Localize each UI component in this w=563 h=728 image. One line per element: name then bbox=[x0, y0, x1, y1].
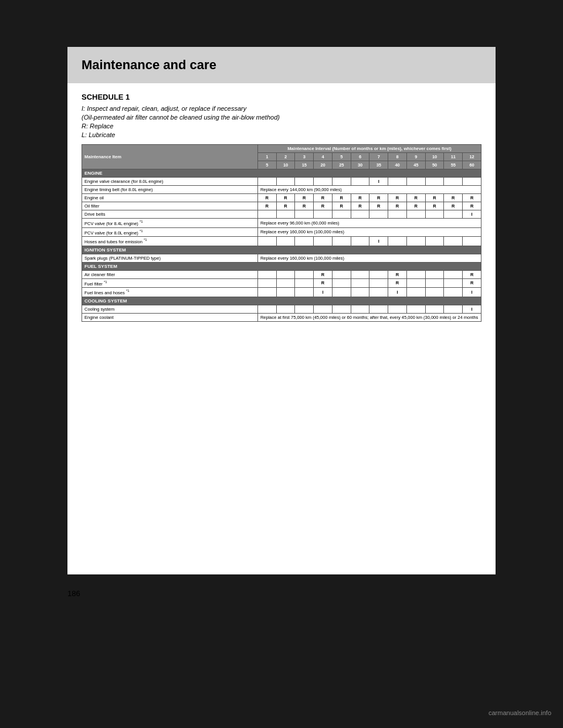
row-cell bbox=[406, 210, 425, 219]
row-cell bbox=[257, 288, 276, 297]
row-cell bbox=[257, 237, 276, 246]
header-banner: Maintenance and care bbox=[67, 47, 496, 83]
table-row: Air cleaner filterRRR bbox=[82, 270, 481, 278]
row-cell bbox=[444, 210, 463, 219]
row-cell bbox=[425, 270, 444, 278]
row-cell bbox=[369, 270, 388, 278]
row-cell bbox=[406, 288, 425, 297]
row-cell bbox=[369, 305, 388, 313]
row-cell: I bbox=[463, 305, 481, 313]
row-cell bbox=[351, 178, 369, 186]
row-cell: R bbox=[388, 278, 407, 288]
row-cell bbox=[425, 288, 444, 297]
row-cell bbox=[332, 210, 351, 219]
legend-4: L: Lubricate bbox=[82, 131, 481, 138]
table-row: Drive beltsI bbox=[82, 210, 481, 219]
row-item: Fuel filter *1 bbox=[82, 278, 258, 288]
row-cell: R bbox=[406, 194, 425, 202]
content: SCHEDULE 1 I: Inspect and repair, clean,… bbox=[67, 93, 496, 336]
row-cell bbox=[332, 278, 351, 288]
row-cell bbox=[425, 305, 444, 313]
row-cell bbox=[463, 178, 481, 186]
row-cell bbox=[351, 305, 369, 313]
row-cell bbox=[444, 237, 463, 246]
row-cell: R bbox=[314, 202, 333, 210]
row-cell bbox=[444, 178, 463, 186]
row-wide-text: Replace every 160,000 km (100,000 miles) bbox=[257, 227, 481, 237]
row-item: PCV valve (for 8.0L engine) *1 bbox=[82, 227, 258, 237]
row-cell bbox=[369, 210, 388, 219]
row-cell: R bbox=[332, 202, 351, 210]
row-cell bbox=[276, 178, 295, 186]
table-row: Engine timing belt (for 8.0L engine)Repl… bbox=[82, 186, 481, 194]
row-item: Engine timing belt (for 8.0L engine) bbox=[82, 186, 258, 194]
table-header-item: Maintenance Item bbox=[82, 145, 258, 169]
row-cell: R bbox=[314, 270, 333, 278]
row-cell bbox=[314, 178, 333, 186]
section-header: FUEL SYSTEM bbox=[82, 262, 481, 270]
row-cell: R bbox=[276, 194, 295, 202]
legend-3: R: Replace bbox=[82, 123, 481, 130]
row-wide-text: Replace every 144,000 km (90,000 miles) bbox=[257, 186, 481, 194]
row-cell bbox=[295, 178, 314, 186]
row-cell: R bbox=[388, 202, 407, 210]
table-row: PCV valve (for 8.4L engine) *1Replace ev… bbox=[82, 219, 481, 228]
row-cell bbox=[276, 270, 295, 278]
row-cell bbox=[295, 278, 314, 288]
row-cell bbox=[276, 278, 295, 288]
row-cell bbox=[388, 237, 407, 246]
row-cell: R bbox=[425, 202, 444, 210]
row-item: PCV valve (for 8.4L engine) *1 bbox=[82, 219, 258, 228]
row-cell bbox=[257, 178, 276, 186]
row-cell: R bbox=[463, 194, 481, 202]
row-cell: R bbox=[425, 194, 444, 202]
row-cell bbox=[257, 270, 276, 278]
row-cell bbox=[257, 305, 276, 313]
row-item: Fuel lines and hoses *1 bbox=[82, 288, 258, 297]
table-row: Cooling systemI bbox=[82, 305, 481, 313]
table-row: Engine coolantReplace at first 75,000 km… bbox=[82, 313, 481, 321]
row-cell: I bbox=[369, 178, 388, 186]
row-cell bbox=[276, 305, 295, 313]
section-header: ENGINE bbox=[82, 169, 481, 178]
table-row: Fuel lines and hoses *1III bbox=[82, 288, 481, 297]
row-item: Engine coolant bbox=[82, 313, 258, 321]
row-item: Air cleaner filter bbox=[82, 270, 258, 278]
table-row: Hoses and tubes for emission *1I bbox=[82, 237, 481, 246]
row-cell: R bbox=[351, 202, 369, 210]
row-cell: R bbox=[369, 202, 388, 210]
row-cell bbox=[406, 278, 425, 288]
page: Maintenance and care SCHEDULE 1 I: Inspe… bbox=[67, 47, 496, 574]
row-cell: R bbox=[257, 194, 276, 202]
table-row: Engine oilRRRRRRRRRRRR bbox=[82, 194, 481, 202]
row-cell bbox=[351, 237, 369, 246]
row-item: Hoses and tubes for emission *1 bbox=[82, 237, 258, 246]
row-cell bbox=[463, 237, 481, 246]
row-cell bbox=[425, 278, 444, 288]
row-cell bbox=[314, 210, 333, 219]
row-cell bbox=[332, 178, 351, 186]
row-cell: R bbox=[388, 194, 407, 202]
row-cell bbox=[388, 178, 407, 186]
schedule-title: SCHEDULE 1 bbox=[82, 93, 481, 101]
row-cell: I bbox=[388, 288, 407, 297]
row-cell: I bbox=[463, 210, 481, 219]
row-cell bbox=[257, 210, 276, 219]
row-cell bbox=[406, 178, 425, 186]
table-header-interval: Maintenance Interval (Number of months o… bbox=[257, 145, 481, 153]
table-row: Engine valve clearance (for 8.0L engine)… bbox=[82, 178, 481, 186]
row-cell bbox=[406, 237, 425, 246]
table-row: Spark plugs (PLATINUM-TIPPED type)Replac… bbox=[82, 254, 481, 262]
row-cell: R bbox=[314, 278, 333, 288]
row-cell bbox=[332, 305, 351, 313]
row-cell: I bbox=[463, 288, 481, 297]
row-item: Engine oil bbox=[82, 194, 258, 202]
row-cell bbox=[444, 278, 463, 288]
legend-1: I: Inspect and repair, clean, adjust, or… bbox=[82, 105, 481, 112]
row-cell: R bbox=[444, 202, 463, 210]
row-cell bbox=[406, 270, 425, 278]
row-cell bbox=[425, 237, 444, 246]
section-header: COOLING SYSTEM bbox=[82, 297, 481, 305]
row-item: Engine valve clearance (for 8.0L engine) bbox=[82, 178, 258, 186]
row-wide-text: Replace every 96,000 km (60,000 miles) bbox=[257, 219, 481, 228]
